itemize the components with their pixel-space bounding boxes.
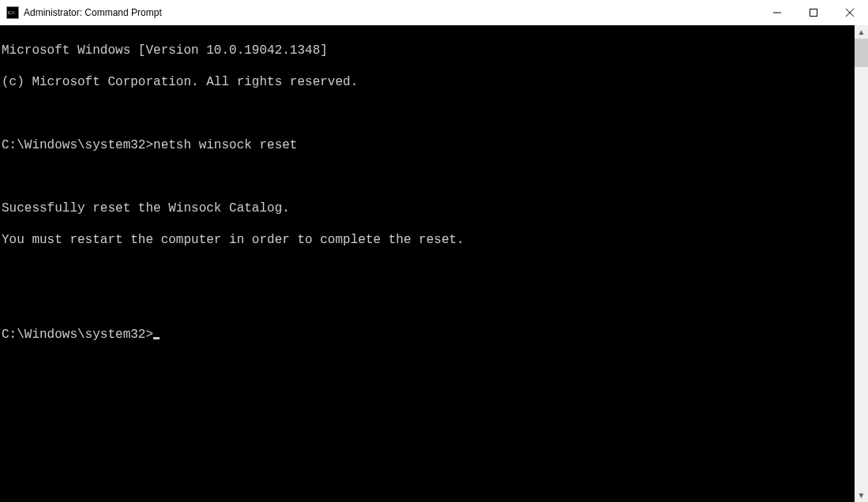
- console-line: Microsoft Windows [Version 10.0.19042.13…: [2, 43, 855, 58]
- console-line: You must restart the computer in order t…: [2, 232, 855, 248]
- console-line: [2, 295, 855, 311]
- scroll-up-button[interactable]: ▲: [855, 25, 868, 39]
- window-title: Administrator: Command Prompt: [24, 7, 162, 18]
- console-output[interactable]: Microsoft Windows [Version 10.0.19042.13…: [0, 25, 855, 502]
- window: C:\ Administrator: Command Prompt Micros…: [0, 0, 868, 502]
- client-area: Microsoft Windows [Version 10.0.19042.13…: [0, 25, 868, 502]
- window-controls: [759, 0, 868, 25]
- console-line: [2, 106, 855, 122]
- scrollbar-thumb[interactable]: [855, 39, 868, 67]
- console-line: C:\Windows\system32>netsh winsock reset: [2, 137, 855, 153]
- console-line: [2, 169, 855, 185]
- vertical-scrollbar[interactable]: ▲ ▼: [855, 25, 868, 502]
- svg-rect-4: [810, 9, 817, 17]
- console-prompt: C:\Windows\system32>: [2, 328, 153, 342]
- titlebar[interactable]: C:\ Administrator: Command Prompt: [0, 0, 868, 25]
- console-line: (c) Microsoft Corporation. All rights re…: [2, 74, 855, 90]
- scroll-down-button[interactable]: ▼: [855, 489, 868, 502]
- cursor-icon: [153, 337, 160, 339]
- svg-text:C:\: C:\: [8, 9, 15, 16]
- console-line: Sucessfully reset the Winsock Catalog.: [2, 200, 855, 216]
- chevron-down-icon: ▼: [858, 491, 866, 500]
- console-prompt-line: C:\Windows\system32>: [2, 327, 855, 343]
- maximize-button[interactable]: [795, 0, 832, 25]
- scrollbar-track[interactable]: [855, 39, 868, 489]
- chevron-up-icon: ▲: [858, 28, 866, 36]
- console-line: [2, 264, 855, 279]
- close-button[interactable]: [832, 0, 868, 25]
- minimize-button[interactable]: [759, 0, 795, 25]
- cmd-icon: C:\: [6, 6, 19, 19]
